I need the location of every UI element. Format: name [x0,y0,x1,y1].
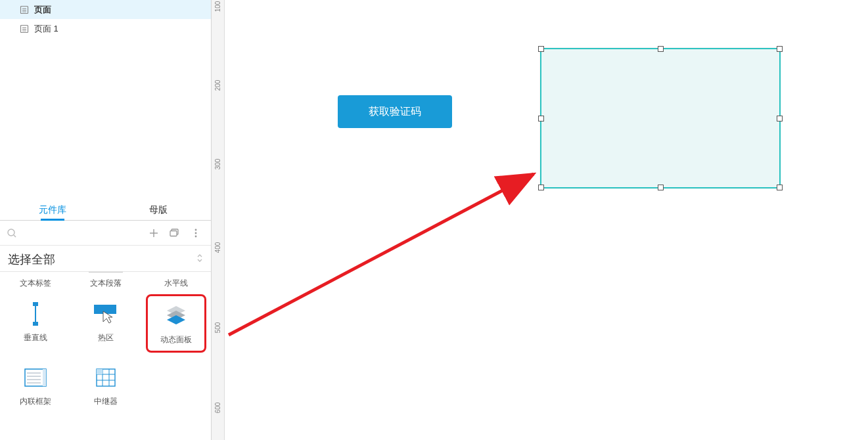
svg-rect-17 [33,302,38,306]
library-folder-button[interactable] [166,225,183,242]
widget-horizontal-line[interactable]: 水平线 [146,278,206,289]
widget-row-2: 垂直线 热区 动态面板 [0,294,211,353]
widget-label: 热区 [98,333,114,342]
svg-point-14 [195,229,197,231]
page-icon [20,5,29,14]
widget-text-paragraph[interactable]: 文本段落 [76,278,136,289]
svg-rect-25 [43,369,46,386]
widget-vertical-line[interactable]: 垂直线 [5,294,66,353]
svg-rect-19 [33,322,38,326]
canvas-area[interactable]: 100 200 300 400 500 600 获取验证码 [212,0,868,440]
ruler-tick-300											: 300 [214,159,221,170]
resize-handle-nw[interactable] [538,46,544,52]
resize-handle-n[interactable] [658,46,664,52]
vertical-line-icon [5,299,66,328]
search-icon [7,228,17,238]
library-tabs: 元件库 母版 [0,194,211,221]
widget-label: 动态面板 [160,335,192,344]
left-sidebar: 页面 页面 1 元件库 母版 选择全部 [0,0,212,440]
resize-handle-ne[interactable] [777,46,783,52]
widget-label: 中继器 [94,397,118,406]
library-add-button[interactable] [145,225,162,242]
tab-widgets-label: 元件库 [39,204,66,215]
get-verification-code-button[interactable]: 获取验证码 [338,95,452,128]
widget-hotspot[interactable]: 热区 [76,294,136,353]
library-search[interactable] [7,228,141,238]
ruler-tick-500: 500 [214,322,221,334]
repeater-icon [76,363,136,392]
page-item-0[interactable]: 页面 [0,0,211,19]
svg-point-15 [195,232,197,234]
inline-frame-icon [5,363,66,392]
library-select-all[interactable]: 选择全部 [0,246,211,272]
dynamic-panel-icon [148,301,204,330]
widget-label: 内联框架 [20,397,51,406]
svg-line-37 [229,174,534,335]
svg-rect-13 [170,231,177,236]
section-divider [89,272,123,273]
widget-dynamic-panel[interactable]: 动态面板 [146,294,206,353]
resize-handle-s[interactable] [658,185,664,190]
more-vertical-icon [194,229,197,238]
resize-handle-w[interactable] [538,116,544,121]
vertical-ruler: 100 200 300 400 500 600 [212,0,225,440]
tab-widgets[interactable]: 元件库 [0,196,106,220]
page-icon [20,24,29,33]
ruler-tick-100: 100 [214,1,221,12]
widget-row-3: 内联框架 中继器 [0,358,211,412]
tab-masters[interactable]: 母版 [106,196,212,220]
widget-repeater[interactable]: 中继器 [76,358,136,412]
resize-handle-se[interactable] [777,185,783,190]
resize-handle-sw[interactable] [538,185,544,190]
tab-masters-label: 母版 [149,204,168,215]
library-more-button[interactable] [187,225,204,242]
widget-text-label[interactable]: 文本标签 [5,278,66,289]
widget-label: 垂直线 [24,333,47,342]
dynamic-panel-instance[interactable] [540,48,781,188]
ruler-tick-200: 200 [214,80,221,91]
plus-icon [149,229,158,238]
folder-icon [170,229,180,238]
page-label: 页面 1 [34,23,58,35]
hotspot-icon [76,299,136,328]
library-body: 文本标签 文本段落 水平线 垂直线 热区 动态面板 [0,272,211,412]
page-item-1[interactable]: 页面 1 [0,19,211,38]
widget-row-labels: 文本标签 文本段落 水平线 [0,278,211,289]
svg-rect-35 [97,369,103,374]
ruler-tick-600: 600 [214,403,221,414]
chevrons-icon [196,253,203,265]
svg-point-16 [195,235,197,237]
page-label: 页面 [34,4,51,16]
resize-handle-e[interactable] [777,116,783,121]
button-label: 获取验证码 [369,105,421,119]
ruler-tick-400: 400 [214,242,221,253]
widget-inline-frame[interactable]: 内联框架 [5,358,66,412]
svg-line-9 [14,235,16,237]
library-toolbar [0,221,211,246]
select-all-label: 选择全部 [8,252,55,267]
svg-point-8 [8,229,14,236]
pages-panel: 页面 页面 1 [0,0,211,194]
